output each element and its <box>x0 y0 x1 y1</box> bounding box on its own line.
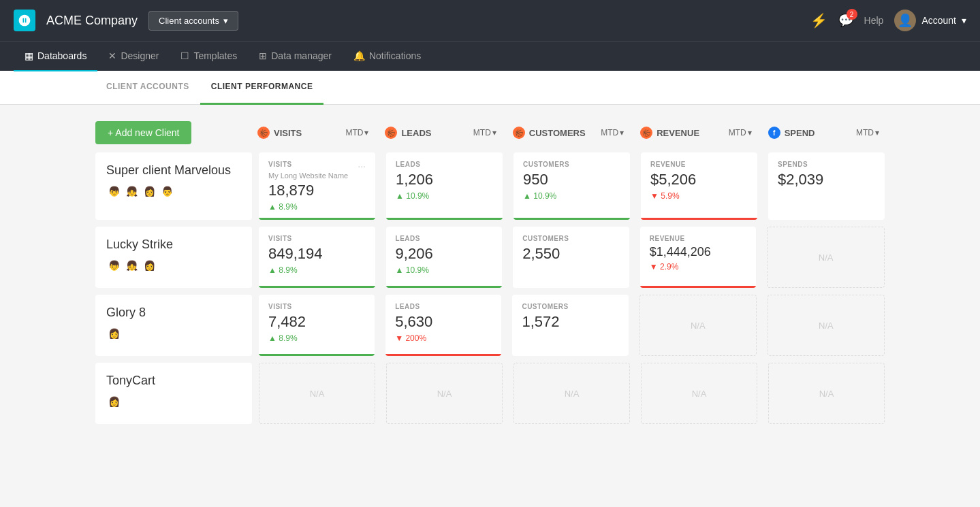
app-logo <box>14 10 35 31</box>
client-card-3[interactable]: TonyCart 👩 <box>95 363 252 424</box>
metric-cell-revenue-0[interactable]: REVENUE $5,206 ▼ 5.9% <box>641 152 757 220</box>
nav-item-data-manager[interactable]: ⊞ Data manager <box>248 42 343 71</box>
table-row: Glory 8 👩 VISITS 7,482 ▲ 8.9% LEADS 5,63… <box>95 295 885 356</box>
account-button[interactable]: 👤 Account ▾ <box>894 10 966 31</box>
top-bar: ACME Company Client accounts ▾ ⚡ 💬 2 Hel… <box>0 0 980 41</box>
trend-bar <box>641 218 757 220</box>
client-name-0: Super client Marvelous <box>106 163 241 178</box>
metric-cell-revenue-2-na: N/A <box>639 295 757 356</box>
designer-icon: ✕ <box>108 50 116 61</box>
leads-mtd[interactable]: MTD ▾ <box>473 128 496 137</box>
nav-item-databoards[interactable]: ▦ Databoards <box>14 42 97 71</box>
table-header: + Add new Client 🏀 VISITS MTD ▾ 🏀 LEADS … <box>95 121 885 144</box>
metric-cell-leads-0[interactable]: LEADS 1,206 ▲ 10.9% <box>386 152 503 220</box>
notifications-icon[interactable]: 💬 2 <box>838 13 853 28</box>
spend-col-header: f SPEND MTD ▾ <box>763 127 885 139</box>
trend-bar <box>259 286 375 288</box>
revenue-mtd[interactable]: MTD ▾ <box>729 128 752 137</box>
trend-bar <box>259 354 375 356</box>
client-avatars-3: 👩 <box>106 394 241 409</box>
metric-cell-customers-1[interactable]: CUSTOMERS 2,550 <box>513 227 629 288</box>
leads-icon: 🏀 <box>385 127 397 139</box>
top-bar-left: ACME Company Client accounts ▾ <box>14 10 238 31</box>
nav-item-notifications[interactable]: 🔔 Notifications <box>343 42 432 71</box>
client-card-1[interactable]: Lucky Strike 👦 👧 👩 <box>95 227 252 288</box>
visits-icon: 🏀 <box>257 127 270 139</box>
client-avatars-0: 👦 👧 👩 👨 <box>106 184 241 199</box>
user-avatar: 👤 <box>894 10 916 31</box>
visits-mtd[interactable]: MTD ▾ <box>345 128 368 137</box>
metric-cell-spend-2-na: N/A <box>768 295 885 356</box>
tab-client-accounts[interactable]: CLIENT ACCOUNTS <box>95 71 200 105</box>
main-nav: ▦ Databoards ✕ Designer ☐ Templates ⊞ Da… <box>0 41 980 71</box>
table-row: Lucky Strike 👦 👧 👩 VISITS 849,194 ▲ 8.9%… <box>95 227 885 288</box>
metric-cell-customers-2[interactable]: CUSTOMERS 1,572 <box>512 295 628 356</box>
metric-cell-visits-3-na: N/A <box>259 363 375 424</box>
metric-cell-leads-1[interactable]: LEADS 9,206 ▲ 10.9% <box>386 227 503 288</box>
client-card-0[interactable]: Super client Marvelous 👦 👧 👩 👨 <box>95 152 252 220</box>
table-row: TonyCart 👩 N/A N/A N/A N/A N/A <box>95 363 885 424</box>
revenue-col-header: 🏀 REVENUE MTD ▾ <box>635 127 757 139</box>
metric-cell-visits-2[interactable]: VISITS 7,482 ▲ 8.9% <box>259 295 375 356</box>
client-avatars-1: 👦 👧 👩 <box>106 258 241 273</box>
client-name-2: Glory 8 <box>106 306 241 321</box>
metric-cell-spend-0[interactable]: SPENDS $2,039 <box>768 152 885 220</box>
nav-item-designer[interactable]: ✕ Designer <box>97 42 170 71</box>
page-tabs: CLIENT ACCOUNTS CLIENT PERFORMANCE <box>0 71 980 105</box>
spend-icon: f <box>768 127 780 139</box>
trend-bar <box>385 354 501 356</box>
client-name-3: TonyCart <box>106 374 241 389</box>
notification-badge: 2 <box>847 9 857 20</box>
metric-cell-leads-2[interactable]: LEADS 5,630 ▼ 200% <box>385 295 501 356</box>
revenue-icon: 🏀 <box>640 127 652 139</box>
lightning-icon[interactable]: ⚡ <box>810 12 827 29</box>
trend-bar <box>386 218 503 220</box>
metric-cell-spend-3-na: N/A <box>768 363 885 424</box>
tab-client-performance[interactable]: CLIENT PERFORMANCE <box>200 71 324 105</box>
customers-col-header: 🏀 CUSTOMERS MTD ▾ <box>507 127 629 139</box>
client-card-2[interactable]: Glory 8 👩 <box>95 295 252 356</box>
trend-bar <box>513 218 630 220</box>
customers-icon: 🏀 <box>513 127 525 139</box>
leads-col-header: 🏀 LEADS MTD ▾ <box>379 127 501 139</box>
metric-cell-customers-3-na: N/A <box>513 363 630 424</box>
company-name: ACME Company <box>46 14 138 28</box>
client-avatars-2: 👩 <box>106 326 241 341</box>
metric-cell-visits-1[interactable]: VISITS 849,194 ▲ 8.9% <box>259 227 375 288</box>
add-client-button[interactable]: + Add new Client <box>95 121 191 144</box>
spend-mtd[interactable]: MTD ▾ <box>856 128 879 137</box>
data-manager-icon: ⊞ <box>259 50 267 61</box>
metric-cell-visits-0[interactable]: VISITS ··· My Long Website Name 18,879 ▲… <box>259 152 375 220</box>
top-bar-right: ⚡ 💬 2 Help 👤 Account ▾ <box>810 10 966 31</box>
cell-options-icon[interactable]: ··· <box>358 161 366 171</box>
trend-bar <box>259 218 375 220</box>
client-name-1: Lucky Strike <box>106 238 241 252</box>
help-button[interactable]: Help <box>864 15 884 26</box>
metric-cell-revenue-3-na: N/A <box>641 363 757 424</box>
client-accounts-dropdown[interactable]: Client accounts ▾ <box>148 11 238 31</box>
metric-cell-leads-3-na: N/A <box>386 363 503 424</box>
metric-cell-customers-0[interactable]: CUSTOMERS 950 ▲ 10.9% <box>513 152 630 220</box>
main-content: + Add new Client 🏀 VISITS MTD ▾ 🏀 LEADS … <box>0 105 980 447</box>
metric-cell-spend-1-na: N/A <box>767 227 885 288</box>
metric-cell-revenue-1[interactable]: REVENUE $1,444,206 ▼ 2.9% <box>640 227 757 288</box>
trend-bar <box>640 286 757 288</box>
trend-bar <box>386 286 503 288</box>
client-col-header: + Add new Client <box>95 121 252 144</box>
customers-mtd[interactable]: MTD ▾ <box>601 128 624 137</box>
nav-item-templates[interactable]: ☐ Templates <box>170 42 248 71</box>
databoards-icon: ▦ <box>25 50 33 61</box>
visits-col-header: 🏀 VISITS MTD ▾ <box>252 127 374 139</box>
notifications-bell-icon: 🔔 <box>353 50 365 61</box>
templates-icon: ☐ <box>180 50 189 61</box>
table-row: Super client Marvelous 👦 👧 👩 👨 VISITS ··… <box>95 152 885 220</box>
